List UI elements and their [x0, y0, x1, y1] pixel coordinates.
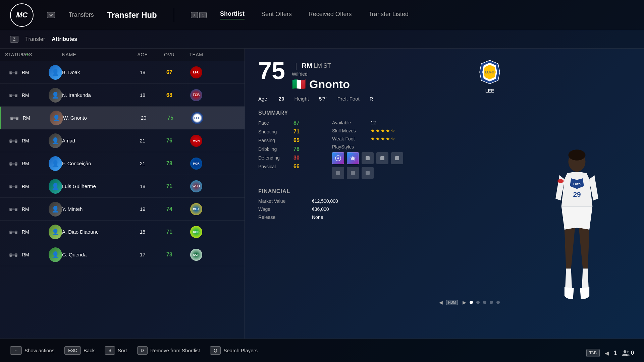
skill-moves-stars: ★★★★☆: [371, 128, 396, 133]
team-badge: RBB: [190, 226, 202, 238]
stat-defending: Defending 30: [258, 155, 319, 161]
stat-skill-moves: Skill Moves ★★★★☆: [332, 128, 406, 133]
team-badge: LFC: [190, 66, 202, 78]
wage-value: €36,000: [312, 206, 329, 212]
svg-point-28: [10, 186, 12, 188]
dribbling-label: Dribbling: [258, 146, 288, 152]
player-avatar-cell: 👤: [49, 202, 62, 217]
col-status: Status ▼: [5, 52, 22, 57]
player-team: LEE: [184, 112, 211, 124]
player-row[interactable]: RM 👤 Luis Guilherme 18 71 WHU: [0, 175, 245, 198]
remove-button[interactable]: D Remove from Shortlist: [137, 346, 200, 355]
player-ovr-display: 75: [258, 59, 285, 83]
team-badge: FCB: [190, 89, 202, 101]
player-avatar-cell: 👤: [49, 225, 62, 239]
player-count: 1: [614, 350, 617, 357]
col-ovr: OVR: [156, 52, 183, 57]
player-row[interactable]: RM 👤 G. Quenda 17 73 SCP: [0, 243, 245, 266]
player-row[interactable]: RM 👤 B. Doak 18 67 LFC: [0, 61, 245, 84]
player-row[interactable]: RM 👤 A. Diao Diaoune 18 71 RBB: [0, 221, 245, 243]
team-badge: POR: [190, 158, 202, 170]
svg-rect-7: [12, 95, 15, 96]
player-primary-position: RM: [302, 62, 312, 70]
player-avatar-cell: 👤: [49, 133, 62, 148]
col-pos: POS: [22, 52, 49, 57]
player-name: Y. Minteh: [62, 206, 129, 212]
player-avatar-cell: 👤: [49, 88, 62, 103]
search-button[interactable]: Q Search Players: [210, 346, 258, 355]
stat-weak-foot: Weak Foot ★★★★☆: [332, 136, 406, 141]
right-stats: Available 12 Skill Moves ★★★★☆ Weak Foot…: [332, 120, 406, 182]
market-value-label: Market Value: [258, 198, 302, 204]
pagination-dot-1[interactable]: [470, 301, 473, 304]
player-secondary-pos-lm: LM: [314, 62, 322, 69]
sort-label: Sort: [118, 348, 127, 353]
player-team: BHA: [183, 203, 210, 215]
player-age: 18: [129, 183, 156, 189]
player-list-panel: Status ▼ POS Name Age OVR Team: [0, 49, 245, 339]
player-team: SCP: [183, 249, 210, 261]
svg-point-4: [15, 72, 17, 74]
player-avatar: 👤: [49, 88, 62, 103]
nav-c-key: C: [199, 12, 207, 18]
player-name: B. Doak: [62, 69, 129, 75]
table-header: Status ▼ POS Name Age OVR Team: [0, 49, 245, 61]
sub-tab-attributes[interactable]: Attributes: [52, 36, 77, 42]
svg-rect-32: [12, 208, 15, 210]
player-row[interactable]: RM 👤 W. Gnonto 20 75 LEE: [0, 107, 245, 129]
tab-sent-offers[interactable]: Sent Offers: [261, 11, 292, 19]
nav-transfer-hub: Transfer Hub: [107, 10, 157, 20]
pagination-dot-2[interactable]: [476, 301, 480, 304]
player-status-icon: [5, 206, 22, 213]
nav-x-key: X: [191, 12, 198, 18]
pagination-key: NUM: [446, 300, 458, 305]
player-name: N. Irankunda: [62, 92, 129, 98]
player-avatar-cell: 👤: [49, 247, 62, 262]
player-position: RM: [23, 115, 50, 121]
player-row[interactable]: RM 👤 F. Conceição 21 78 POR: [0, 152, 245, 175]
svg-rect-37: [12, 231, 15, 233]
player-row[interactable]: RM 👤 N. Irankunda 18 68 FCB: [0, 84, 245, 107]
player-ovr: 76: [156, 138, 183, 144]
pagination-dot-4[interactable]: [490, 301, 493, 304]
release-value: None: [312, 215, 323, 220]
svg-rect-17: [12, 140, 15, 142]
pagination-left-arrow[interactable]: ◀: [439, 300, 443, 305]
physical-label: Physical: [258, 164, 288, 169]
player-name: G. Quenda: [62, 252, 129, 257]
player-ovr: 73: [156, 252, 183, 258]
pagination-dot-5[interactable]: [496, 301, 500, 304]
show-actions-label: Show actions: [24, 348, 54, 353]
sort-button[interactable]: S Sort: [105, 346, 127, 355]
tab-shortlist[interactable]: Shortlist: [220, 10, 245, 19]
back-button[interactable]: ESC Back: [64, 346, 95, 355]
playstyle-icon-7: [347, 167, 359, 179]
player-avatar: 👤: [49, 133, 62, 148]
svg-text:29: 29: [573, 190, 581, 198]
stat-shooting: Shooting 71: [258, 129, 319, 135]
player-avatar-cell: 👤: [49, 65, 62, 80]
people-icon: [622, 350, 630, 356]
player-row[interactable]: RM 👤 Amad 21 76 MUN: [0, 129, 245, 152]
player-name: A. Diao Diaoune: [62, 229, 129, 235]
tab-received-offers[interactable]: Received Offers: [309, 11, 352, 19]
people-count: 0: [622, 350, 634, 356]
player-team: LFC: [183, 66, 210, 78]
remove-label: Remove from Shortlist: [150, 348, 200, 353]
app-logo: MC: [10, 3, 34, 27]
tab-transfer-listed[interactable]: Transfer Listed: [369, 11, 409, 19]
playstyle-icon-2: [347, 152, 359, 164]
sub-tab-transfer[interactable]: Transfer: [25, 36, 45, 42]
leeds-badge-svg: LUFC: [476, 59, 503, 85]
pagination-right-arrow[interactable]: ▶: [463, 300, 466, 305]
pagination-dot-3[interactable]: [483, 301, 486, 304]
nav-transfers[interactable]: Transfers: [68, 11, 94, 18]
player-row[interactable]: RM 👤 Y. Minteh 19 74 BHA: [0, 198, 245, 221]
bottom-right-indicators: TAB ◀ 1 0: [586, 349, 634, 357]
shooting-label: Shooting: [258, 129, 288, 134]
player-avatar: 👤: [49, 65, 62, 80]
player-name: Amad: [62, 138, 129, 143]
show-actions-button[interactable]: ← Show actions: [10, 346, 54, 355]
player-avatar: 👤: [49, 247, 62, 262]
remove-key: D: [137, 346, 148, 355]
